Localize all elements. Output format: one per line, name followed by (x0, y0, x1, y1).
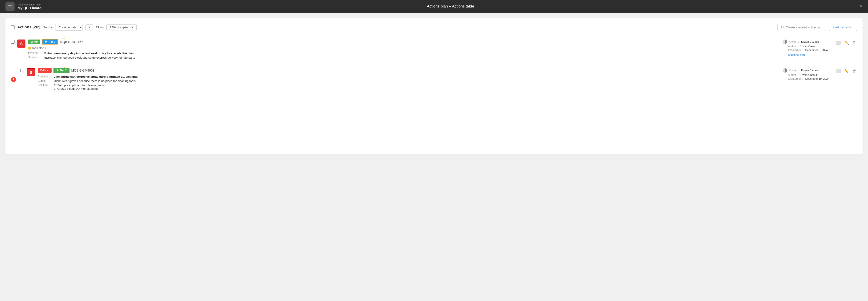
action-body-2: Critical ⚑ Tier 2 MQB-S-24-9969 Problem:… (38, 68, 780, 91)
action-buttons-2: ⬜ ✏️ 🗑 (835, 68, 857, 74)
owner-icon-1 (782, 39, 787, 44)
problem-value-1: Extra hours every day in the last week t… (44, 52, 134, 55)
problem-value-2: Jack burnt with corrosive spray during f… (54, 75, 137, 78)
source-badge-1: S (17, 39, 26, 48)
org-name: Documentation Team (18, 3, 41, 6)
select-all-checkbox[interactable] (11, 26, 14, 29)
edit-button-2[interactable]: ✏️ (843, 68, 850, 74)
problem-label-2: Problem: (38, 75, 53, 78)
meta-author-row-1: Author : Erwan Cazaux (782, 45, 833, 48)
solution-line-2: 2) Create visual SOP for cleaning (54, 87, 104, 91)
filter-label: Filters (96, 26, 104, 29)
sort-select[interactable]: Creation date (55, 24, 83, 31)
owner-icon-2 (782, 68, 787, 73)
toolbar-left: Actions (2/2) Sort by Creation date ▼ Fi… (11, 24, 775, 31)
svg-point-1 (10, 5, 11, 6)
severity-tag-critical: Critical (38, 68, 52, 73)
solution-line-1: 1) Set up a cupboard for cleaning tools (54, 83, 104, 87)
solution-row-2: Solution: 1) Set up a cupboard for clean… (38, 83, 780, 91)
action-tags-1: Minor ⚑ Tier 2 MQB-S-24-1162 (28, 39, 780, 44)
sort-direction-button[interactable]: ▼ (86, 24, 93, 30)
board-name: My QCD board (18, 6, 41, 10)
add-action-button[interactable]: + Add an action (829, 24, 857, 31)
main-content: Actions (2/2) Sort by Creation date ▼ Fi… (5, 18, 863, 155)
tier-tag-1-icon: ⚑ (45, 40, 47, 43)
action-tags-2: Critical ⚑ Tier 2 MQB-S-24-9969 (38, 68, 780, 73)
severity-tag-minor: Minor (28, 39, 40, 44)
topbar: Documentation Team My QCD board Actions … (0, 0, 868, 13)
cause-label-2: Cause: (38, 79, 53, 83)
expand-button-2[interactable]: ⬜ (835, 68, 842, 74)
action-id-2: MQB-S-24-9969 (71, 69, 95, 72)
action-body-1: Minor ⚑ Tier 2 MQB-S-24-1162 Indicator 1… (28, 39, 780, 60)
tier-tag-1: ⚑ Tier 2 (42, 39, 58, 44)
actions-count: Actions (2/2) (17, 25, 40, 30)
problem-row-2: Problem: Jack burnt with corrosive spray… (38, 75, 780, 78)
meta-owner-row-1: Owner : Erwan Cazaux (782, 39, 833, 44)
filters-button[interactable]: 2 filters applied ▼ (106, 24, 136, 30)
actions-list: ↓ S Minor ⚑ Tier 2 MQB-S-24-1162 Indicat… (11, 35, 857, 95)
cause-value-2: Didn't wear gloves because there is no p… (54, 79, 135, 83)
toolbar: Actions (2/2) Sort by Creation date ▼ Fi… (11, 24, 857, 31)
action-row: ↓ S Minor ⚑ Tier 2 MQB-S-24-1162 Indicat… (11, 35, 857, 64)
sort-label: Sort by (43, 26, 53, 29)
meta-created-row-2: Created on : December 19, 2024 (782, 77, 833, 80)
tier-tag-2: ⚑ Tier 2 (54, 68, 69, 73)
card-icon: ☐ (781, 26, 784, 29)
meta-author-row-2: Author : Erwan Cazaux (782, 73, 833, 76)
indicator-label-1: Indicator 1 (32, 46, 46, 50)
delete-button-2[interactable]: 🗑 (851, 68, 857, 74)
action-meta-2: Owner : Erwan Cazaux Author : Erwan Caza… (782, 68, 833, 80)
create-related-action-button[interactable]: ☐ Create a related action card (777, 24, 826, 31)
notification-badge-2: 1 (11, 77, 16, 82)
solution-label-2: Solution: (38, 83, 53, 91)
meta-created-row-1: Created on : December 5, 2024 (782, 48, 833, 52)
indicator-row-1: Indicator 1 (28, 46, 780, 50)
delete-button-1[interactable]: 🗑 (851, 39, 857, 45)
tier-tag-2-icon: ⚑ (56, 69, 59, 72)
solution-lines-2: 1) Set up a cupboard for cleaning tools … (54, 83, 104, 91)
svg-point-0 (8, 5, 10, 6)
app-title-group: Documentation Team My QCD board (18, 3, 41, 10)
page-title: Actions plan – Actions table (427, 4, 474, 9)
close-button[interactable]: × (860, 4, 863, 9)
action-meta-1: Owner : Erwan Cazaux Author : Erwan Caza… (782, 39, 833, 57)
app-icon (5, 2, 14, 11)
problem-row-1: Problem: Extra hours every day in the la… (28, 52, 780, 55)
solution-label-1: Solution: (28, 56, 43, 59)
edit-button-1[interactable]: ✏️ (843, 39, 850, 46)
solution-value-1: Increase finished good stock and setup e… (44, 56, 135, 59)
cause-row-2: Cause: Didn't wear gloves because there … (38, 79, 780, 83)
source-badge-2: S (27, 68, 35, 76)
meta-owner-row-2: Owner : Erwan Cazaux (782, 68, 833, 73)
attached-card-link-1[interactable]: ☐ 1 attached card (782, 54, 833, 57)
problem-label-1: Problem: (28, 52, 43, 55)
expand-button-1[interactable]: ⬜ (835, 39, 842, 46)
card-icon-small: ☐ (782, 54, 785, 57)
indicator-dot-1 (28, 47, 31, 49)
topbar-left: Documentation Team My QCD board (5, 2, 41, 11)
solution-row-1: Solution: Increase finished good stock a… (28, 56, 780, 59)
toolbar-right: ☐ Create a related action card + Add an … (777, 24, 857, 31)
row-checkbox-1[interactable] (11, 40, 14, 44)
action-row-2: ↓ 1 S Critical ⚑ Tier 2 MQB-S-24-9969 Pr… (11, 64, 857, 95)
row-checkbox-2[interactable] (21, 69, 24, 72)
action-buttons-1: ⬜ ✏️ 🗑 (835, 39, 857, 46)
action-id-1: MQB-S-24-1162 (60, 40, 83, 44)
